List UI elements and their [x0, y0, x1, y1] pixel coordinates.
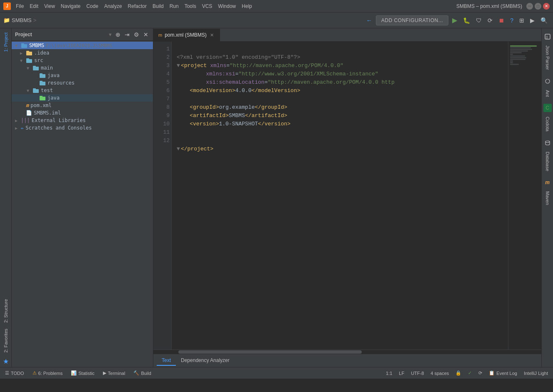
- maven-icon[interactable]: m: [543, 178, 552, 187]
- debug-button[interactable]: 🐛: [461, 16, 472, 25]
- svg-rect-14: [40, 97, 45, 100]
- tree-item-external-libs-label: External Libraries: [32, 117, 86, 123]
- tree-item-main[interactable]: ▼ main: [12, 64, 153, 72]
- event-log[interactable]: 📋 Event Log: [487, 370, 519, 377]
- menu-run[interactable]: Run: [167, 2, 181, 10]
- tree-item-external-libs[interactable]: ▶ ||| External Libraries: [12, 117, 153, 124]
- tree-item-java-test[interactable]: java: [12, 94, 153, 102]
- tree-item-scratches[interactable]: ▶ ✏ Scratches and Consoles: [12, 124, 153, 132]
- svg-rect-3: [26, 51, 29, 52]
- svg-rect-2: [26, 52, 32, 55]
- search-everywhere-button[interactable]: 🔍: [538, 16, 550, 25]
- build-status[interactable]: 🔨 Build: [132, 370, 153, 377]
- coverage-button[interactable]: 🛡: [474, 16, 484, 25]
- breadcrumb-project[interactable]: SMBMS: [12, 17, 32, 23]
- menu-file[interactable]: File: [13, 2, 26, 10]
- tree-item-src-label: src: [34, 57, 43, 63]
- tree-item-test[interactable]: ▼ test: [12, 87, 153, 94]
- terminal-button[interactable]: ▶: [528, 16, 537, 25]
- favorites-panel-toggle[interactable]: 2: Favorites: [2, 326, 10, 355]
- indent-settings[interactable]: 4 spaces: [429, 370, 450, 377]
- scroll-thumb[interactable]: [178, 350, 362, 354]
- tab-pom-xml[interactable]: m pom.xml (SMBMS) ✕: [153, 29, 220, 41]
- statistic-status[interactable]: 📊 Statistic: [69, 370, 96, 377]
- tree-item-java-main[interactable]: java: [12, 72, 153, 79]
- tree-item-pom-xml[interactable]: m pom.xml: [12, 102, 153, 109]
- statistic-label: Statistic: [78, 371, 95, 376]
- dropdown-icon[interactable]: ▼: [108, 32, 113, 37]
- svg-rect-1: [21, 43, 24, 45]
- maximize-button[interactable]: □: [535, 3, 541, 10]
- codota-panel[interactable]: Codota: [543, 113, 552, 135]
- tree-item-idea[interactable]: ▶ .idea: [12, 49, 153, 57]
- tree-item-resources[interactable]: resources: [12, 79, 153, 87]
- help-button[interactable]: ?: [508, 16, 515, 25]
- minimize-button[interactable]: ─: [526, 3, 533, 10]
- json-parser-panel[interactable]: Json Parser: [543, 42, 552, 73]
- add-content-root-button[interactable]: ⊕: [114, 31, 122, 38]
- git-status[interactable]: ✓: [466, 370, 473, 377]
- menu-build[interactable]: Build: [150, 2, 166, 10]
- back-button[interactable]: ←: [364, 16, 374, 25]
- tree-item-smbms-root[interactable]: ▼ SMBMS F:\java\IDEA2020.2\SMBMS: [12, 42, 153, 49]
- todo-status[interactable]: ☰ TODO: [3, 370, 26, 377]
- tree-item-src[interactable]: ▼ src: [12, 57, 153, 64]
- menu-refactor[interactable]: Refactor: [125, 2, 149, 10]
- pin-icon[interactable]: ★: [1, 356, 10, 367]
- position-label: 1:1: [386, 371, 392, 376]
- menu-analyze[interactable]: Analyze: [102, 2, 125, 10]
- editor-content[interactable]: 1 2 3 4 5 6 7 8 9 10 11 12 <?xml version…: [153, 42, 541, 350]
- close-button[interactable]: ✕: [543, 3, 550, 10]
- profile-button[interactable]: ⟳: [485, 16, 495, 25]
- project-panel-toggle[interactable]: 1: Project: [2, 30, 10, 54]
- sync-icon: ⟳: [478, 370, 482, 376]
- indent-label: 4 spaces: [430, 371, 449, 376]
- menu-code[interactable]: Code: [84, 2, 101, 10]
- settings-button[interactable]: ⚙: [133, 31, 140, 38]
- menu-view[interactable]: View: [42, 2, 58, 10]
- tab-dependency-analyzer[interactable]: Dependency Analyzer: [176, 356, 235, 366]
- encoding[interactable]: UTF-8: [409, 370, 425, 377]
- mini-map: [508, 42, 541, 350]
- maven-panel[interactable]: Maven: [543, 188, 552, 208]
- project-window-button[interactable]: ⊞: [517, 16, 526, 25]
- ant-panel[interactable]: Ant: [543, 87, 552, 100]
- svg-rect-5: [26, 58, 29, 60]
- add-configuration-button[interactable]: ADD CONFIGURATION...: [376, 15, 448, 25]
- theme-label[interactable]: IntelliJ Light: [522, 370, 550, 377]
- tree-item-smbms-iml[interactable]: 📄 SMBMS.iml: [12, 109, 153, 117]
- cursor-position[interactable]: 1:1: [384, 370, 394, 377]
- terminal-status[interactable]: ▶ Terminal: [101, 370, 127, 377]
- tree-item-scratches-label: Scratches and Consoles: [25, 125, 92, 131]
- menu-vcs[interactable]: VCS: [200, 2, 215, 10]
- editor-area: m pom.xml (SMBMS) ✕ 1 2 3 4 5 6 7 8 9 10…: [153, 28, 541, 367]
- window-title: SMBMS – pom.xml (SMBMS): [456, 3, 522, 9]
- tab-close-button[interactable]: ✕: [209, 32, 215, 38]
- maven-file-icon: m: [26, 102, 29, 108]
- stop-button[interactable]: ⏹: [496, 16, 506, 25]
- database-panel[interactable]: Database: [543, 148, 552, 175]
- git-lock-icon[interactable]: 🔒: [454, 370, 463, 377]
- collapse-arrow-12[interactable]: ▼: [177, 145, 181, 153]
- tab-text[interactable]: Text: [157, 356, 176, 366]
- collapse-arrow-2[interactable]: ▼: [177, 62, 181, 70]
- run-button[interactable]: ▶: [450, 15, 459, 25]
- menu-window[interactable]: Window: [215, 2, 238, 10]
- menu-edit[interactable]: Edit: [27, 2, 41, 10]
- line-ending[interactable]: LF: [397, 370, 406, 377]
- horizontal-scrollbar[interactable]: [153, 350, 541, 354]
- collapse-all-button[interactable]: ⇥: [123, 31, 131, 38]
- close-panel-button[interactable]: ✕: [142, 31, 150, 38]
- menu-tools[interactable]: Tools: [182, 2, 199, 10]
- menu-navigate[interactable]: Navigate: [58, 2, 83, 10]
- code-editor[interactable]: <?xml version="1.0" encoding="UTF-8"?> ▼…: [172, 42, 508, 350]
- svg-rect-9: [40, 73, 43, 75]
- svg-point-18: [545, 79, 550, 83]
- problems-status[interactable]: ⚠ 6: Problems: [31, 370, 65, 377]
- structure-panel-toggle[interactable]: 2: Structure: [2, 297, 10, 325]
- menu-help[interactable]: Help: [239, 2, 255, 10]
- git-sync[interactable]: ⟳: [477, 370, 484, 377]
- svg-rect-4: [26, 59, 32, 63]
- codota-icon[interactable]: C: [543, 104, 552, 112]
- database-icon[interactable]: [543, 139, 552, 147]
